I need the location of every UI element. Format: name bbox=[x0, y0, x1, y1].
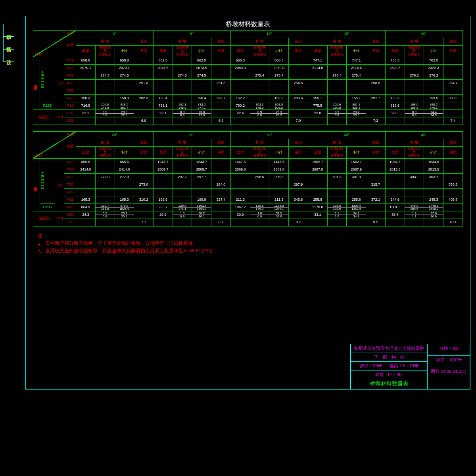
table-a-wrap: 斜度位置材料0°5°10°15°20°桥 墩基础桥 墩基础桥 墩基础桥 墩基础桥… bbox=[33, 30, 463, 125]
material-table-b: 斜度位置材料25°30°35°40°45°桥 墩基础桥 墩基础桥 墩基础桥 墩基… bbox=[33, 131, 463, 226]
notes-block: 注： 1、表中数字用分数表示者，分子用于连续处桥墩，分母用于非连续处桥墩。 2、… bbox=[38, 232, 458, 255]
side-review: 审核 bbox=[3, 24, 14, 36]
title-block: 装配式部分预应力混凝土连续箱梁桥 下 部 构 造 跨径：20米 墙高：3～10米… bbox=[350, 344, 470, 389]
side-check: 复核 bbox=[3, 36, 14, 49]
tb-width: 2×净－12.0米 bbox=[428, 355, 470, 367]
tb-road-class: 公路－Ⅰ级 bbox=[428, 344, 470, 355]
drawing-frame: 桥墩材料数量表 斜度位置材料0°5°10°15°20°桥 墩基础桥 墩基础桥 墩… bbox=[25, 16, 470, 390]
tb-bridge-type: 装配式部分预应力混凝土连续箱梁桥 bbox=[351, 344, 427, 353]
drawing-title: 桥墩材料数量表 bbox=[26, 20, 470, 29]
tb-structure: 下 部 构 造 bbox=[351, 353, 427, 361]
note-1: 1、表中数字用分数表示者，分子用于连续处桥墩，分母用于非连续处桥墩。 bbox=[38, 240, 198, 246]
side-title-blocks: 审核 复核 设计 bbox=[3, 24, 14, 62]
material-table-a: 斜度位置材料0°5°10°15°20°桥 墩基础桥 墩基础桥 墩基础桥 墩基础桥… bbox=[33, 30, 463, 125]
note-2: 2、设滑板支座的连续处桥墩，其支座垫石及防震挡块混凝土数量详见SI-08-01(… bbox=[38, 248, 216, 253]
tb-height: 墙高：3～10米 bbox=[390, 363, 418, 369]
table-b-wrap: 斜度位置材料25°30°35°40°45°桥 墩基础桥 墩基础桥 墩基础桥 墩基… bbox=[33, 131, 463, 226]
tb-span: 跨径：20米 bbox=[360, 363, 382, 369]
tb-drawing-no: 图号 SI-02-01(1/1) bbox=[428, 367, 470, 381]
tb-sheet-title: 桥墩材料数量表 bbox=[351, 379, 427, 389]
side-design: 设计 bbox=[3, 49, 14, 62]
notes-head: 注： bbox=[38, 233, 47, 238]
tb-oblique: 斜度：0°～45° bbox=[351, 370, 427, 379]
